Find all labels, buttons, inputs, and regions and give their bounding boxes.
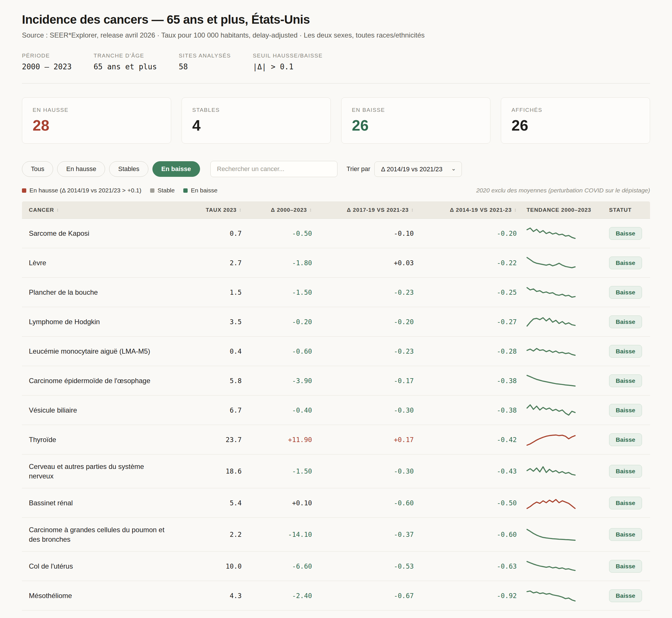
delta-2014-2021-cell: -0.28 bbox=[419, 347, 523, 355]
sort-by-label: Trier par bbox=[347, 165, 370, 173]
delta-2014-2021-cell: -0.38 bbox=[419, 377, 523, 385]
stat-card: EN BAISSE 26 bbox=[341, 97, 491, 143]
delta-2014-2021-cell: -0.38 bbox=[419, 407, 523, 414]
status-cell: Baisse bbox=[600, 528, 650, 541]
cancer-name-cell: Leucémie monocytaire aiguë (LMA-M5) bbox=[22, 346, 181, 356]
meta-label: SEUIL HAUSSE/BAISSE bbox=[253, 53, 323, 59]
cancer-name-cell: Carcinome à grandes cellules du poumon e… bbox=[22, 525, 181, 544]
status-cell: Baisse bbox=[600, 227, 650, 240]
status-badge: Baisse bbox=[609, 528, 642, 541]
delta-2014-2021-cell: -0.92 bbox=[419, 592, 523, 600]
cancer-name: Carcinome épidermoïde de l'œsophage bbox=[29, 376, 150, 386]
page-title: Incidence des cancers — 65 ans et plus, … bbox=[22, 13, 650, 26]
taux-2023-cell: 5.8 bbox=[181, 377, 247, 385]
status-cell: Baisse bbox=[600, 315, 650, 328]
taux-2023-cell: 10.0 bbox=[181, 562, 247, 570]
filter-chip[interactable]: En hausse bbox=[57, 161, 105, 177]
cancer-name: Leucémie monocytaire aiguë (LMA-M5) bbox=[29, 346, 150, 356]
legend-label: En baisse bbox=[191, 187, 217, 194]
filter-chip[interactable]: Tous bbox=[22, 161, 53, 177]
meta-strip: PÉRIODE 2000 – 2023 TRANCHE D'ÂGE 65 ans… bbox=[22, 53, 650, 71]
sort-arrows-icon: ↕ bbox=[411, 207, 414, 213]
delta-2014-2021-cell: -0.43 bbox=[419, 468, 523, 475]
delta-2017-2021-cell: -0.53 bbox=[318, 562, 420, 570]
cancer-name-cell: Plancher de la bouche bbox=[22, 288, 181, 297]
status-cell: Baisse bbox=[600, 589, 650, 602]
trend-sparkline bbox=[523, 588, 600, 603]
trend-sparkline bbox=[523, 314, 600, 329]
cancer-name: Mésothéliome bbox=[29, 591, 72, 600]
delta-2000-2023-cell: -2.40 bbox=[247, 592, 318, 600]
delta-2000-2023-cell: -1.50 bbox=[247, 289, 318, 296]
taux-2023-cell: 23.7 bbox=[181, 436, 247, 443]
delta-2017-2021-cell: -0.23 bbox=[318, 347, 420, 355]
meta-value: 2000 – 2023 bbox=[22, 63, 72, 71]
delta-2000-2023-cell: -0.60 bbox=[247, 347, 318, 355]
legend: En hausse (Δ 2014/19 vs 2021/23 > +0.1) … bbox=[22, 187, 650, 194]
column-header-label: CANCER bbox=[29, 207, 54, 213]
column-header-label: Δ 2000–2023 bbox=[271, 207, 307, 213]
sort-arrows-icon: ↕ bbox=[309, 207, 312, 213]
sort-arrows-icon: ↕ bbox=[514, 207, 517, 213]
meta-item: TRANCHE D'ÂGE 65 ans et plus bbox=[94, 53, 157, 71]
sort-arrows-icon: ↕ bbox=[239, 207, 242, 213]
column-header[interactable]: Δ 2000–2023 ↕ bbox=[247, 207, 318, 213]
status-badge: Baisse bbox=[609, 497, 642, 509]
taux-2023-cell: 2.7 bbox=[181, 259, 247, 267]
delta-2000-2023-cell: -1.80 bbox=[247, 259, 318, 267]
status-badge: Baisse bbox=[609, 345, 642, 358]
column-header[interactable]: Δ 2017-19 VS 2021-23 ↕ bbox=[318, 207, 420, 213]
cancer-name-cell: Lymphome de Hodgkin bbox=[22, 317, 181, 326]
taux-2023-cell: 4.3 bbox=[181, 592, 247, 600]
delta-2000-2023-cell: -0.50 bbox=[247, 230, 318, 237]
delta-2000-2023-cell: +11.90 bbox=[247, 436, 318, 443]
delta-2014-2021-cell: -0.25 bbox=[419, 289, 523, 296]
legend-item: En hausse (Δ 2014/19 vs 2021/23 > +0.1) bbox=[22, 187, 141, 194]
filter-chip[interactable]: En baisse bbox=[152, 161, 200, 177]
filter-controls: TousEn hausseStablesEn baisse Trier par … bbox=[22, 161, 650, 177]
trend-sparkline bbox=[523, 255, 600, 270]
delta-2000-2023-cell: -0.20 bbox=[247, 318, 318, 326]
delta-2000-2023-cell: +0.10 bbox=[247, 499, 318, 507]
delta-2017-2021-cell: -0.67 bbox=[318, 592, 420, 600]
table-row: Thyroïde 23.7 +11.90 +0.17 -0.42 Baisse bbox=[22, 425, 650, 454]
table-row: Mésothéliome 4.3 -2.40 -0.67 -0.92 Baiss… bbox=[22, 581, 650, 611]
taux-2023-cell: 2.2 bbox=[181, 531, 247, 538]
column-header[interactable]: TAUX 2023 ↕ bbox=[181, 207, 247, 213]
sort-select[interactable]: Δ 2014/19 vs 2021/23 bbox=[374, 162, 462, 177]
cancer-name: Lèvre bbox=[29, 258, 46, 268]
table-row: Lèvre 2.7 -1.80 +0.03 -0.22 Baisse bbox=[22, 248, 650, 278]
column-header: TENDANCE 2000–2023 bbox=[523, 207, 600, 213]
column-header[interactable]: CANCER ↕ bbox=[22, 207, 181, 213]
column-header-label: Δ 2014-19 VS 2021-23 bbox=[450, 207, 512, 213]
legend-swatch-icon bbox=[150, 188, 154, 193]
delta-2017-2021-cell: -0.23 bbox=[318, 289, 420, 296]
status-cell: Baisse bbox=[600, 560, 650, 573]
search-input[interactable] bbox=[211, 161, 338, 177]
cancer-name: Carcinome à grandes cellules du poumon e… bbox=[29, 525, 164, 544]
status-cell: Baisse bbox=[600, 497, 650, 509]
stat-card-label: EN HAUSSE bbox=[33, 107, 160, 113]
trend-sparkline bbox=[523, 344, 600, 358]
delta-2017-2021-cell: -0.30 bbox=[318, 407, 420, 414]
table-row: Vésicule biliaire 6.7 -0.40 -0.30 -0.38 … bbox=[22, 396, 650, 425]
stat-card: AFFICHÉS 26 bbox=[501, 97, 650, 143]
stat-card-value: 26 bbox=[352, 118, 480, 133]
delta-2000-2023-cell: -3.90 bbox=[247, 377, 318, 385]
filter-chip[interactable]: Stables bbox=[109, 161, 148, 177]
status-cell: Baisse bbox=[600, 433, 650, 446]
status-cell: Baisse bbox=[600, 465, 650, 478]
status-badge: Baisse bbox=[609, 256, 642, 269]
status-badge: Baisse bbox=[609, 227, 642, 240]
status-cell: Baisse bbox=[600, 345, 650, 358]
cancer-name: Cerveau et autres parties du système ner… bbox=[29, 462, 164, 481]
legend-note: 2020 exclu des moyennes (perturbation CO… bbox=[476, 187, 650, 194]
table-row: Carcinome épidermoïde de l'œsophage 5.8 … bbox=[22, 366, 650, 396]
trend-sparkline bbox=[523, 432, 600, 447]
delta-2017-2021-cell: -0.30 bbox=[318, 468, 420, 475]
taux-2023-cell: 1.5 bbox=[181, 289, 247, 296]
taux-2023-cell: 0.7 bbox=[181, 230, 247, 237]
stat-card-label: AFFICHÉS bbox=[512, 107, 639, 113]
column-header[interactable]: Δ 2014-19 VS 2021-23 ↕ bbox=[419, 207, 523, 213]
taux-2023-cell: 5.4 bbox=[181, 499, 247, 507]
